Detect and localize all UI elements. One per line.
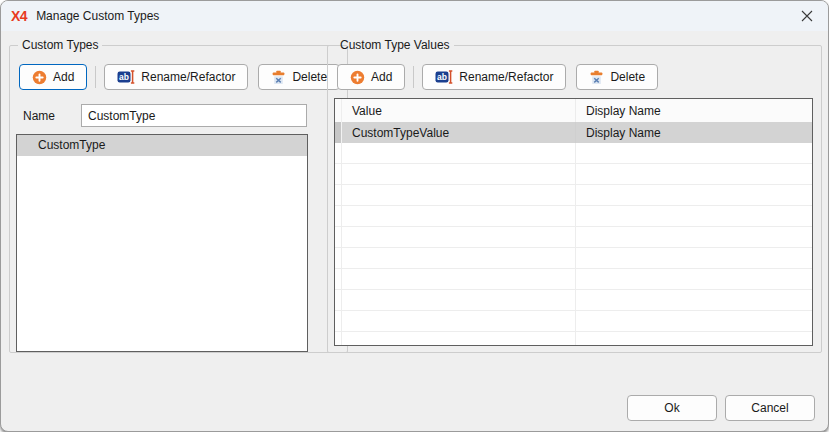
delete-button-label: Delete (610, 70, 645, 84)
cell-display-name (576, 227, 812, 247)
row-header-gutter (335, 269, 342, 289)
rename-button-label: Rename/Refactor (459, 70, 553, 84)
delete-button-label: Delete (292, 70, 327, 84)
cell-display-name (576, 248, 812, 268)
ok-button[interactable]: Ok (627, 395, 717, 421)
cell-value (342, 290, 576, 310)
table-header: Value Display Name (335, 99, 812, 122)
row-header-gutter (335, 206, 342, 226)
custom-types-toolbar: Add ab Rename/Refactor (19, 64, 340, 90)
row-header-gutter (335, 185, 342, 205)
row-header-gutter (335, 227, 342, 247)
custom-type-values-group: Custom Type Values Add (327, 38, 822, 353)
name-input[interactable] (81, 104, 307, 127)
cell-display-name (576, 290, 812, 310)
cell-value (342, 311, 576, 331)
cancel-button[interactable]: Cancel (725, 395, 815, 421)
custom-type-values-toolbar: Add ab Rename/Refactor (337, 64, 814, 90)
value-table-empty-rows (335, 143, 812, 346)
add-icon (32, 70, 47, 85)
table-row-empty[interactable] (335, 332, 812, 346)
add-icon (350, 70, 365, 85)
cell-display-name (576, 164, 812, 184)
cell-display-name (576, 332, 812, 346)
rename-icon: ab (117, 70, 135, 84)
rename-icon: ab (435, 70, 453, 84)
cell-display-name[interactable]: Display Name (576, 122, 812, 143)
close-button[interactable] (786, 1, 828, 31)
row-header-gutter (335, 164, 342, 184)
rename-refactor-custom-type-value-button[interactable]: ab Rename/Refactor (422, 64, 566, 90)
name-label: Name (23, 109, 81, 123)
custom-types-group: Custom Types Add (9, 38, 348, 353)
row-header-gutter (335, 332, 342, 346)
column-header-display-name[interactable]: Display Name (576, 99, 812, 122)
cell-display-name (576, 269, 812, 289)
svg-text:ab: ab (119, 72, 129, 82)
custom-type-values-table[interactable]: Value Display Name CustomTypeValue Displ… (334, 98, 813, 346)
dialog-body: Custom Types Add (1, 31, 828, 432)
add-button-label: Add (53, 70, 74, 84)
table-row-empty[interactable] (335, 269, 812, 290)
table-row-empty[interactable] (335, 164, 812, 185)
add-custom-type-value-button[interactable]: Add (337, 64, 405, 90)
custom-type-values-group-title: Custom Type Values (336, 38, 454, 52)
x4-logo: X4 (11, 8, 27, 24)
custom-types-group-title: Custom Types (18, 38, 102, 52)
row-header-gutter (335, 143, 342, 163)
cell-display-name (576, 185, 812, 205)
table-row[interactable]: CustomTypeValue Display Name (335, 122, 812, 143)
row-header-gutter (335, 248, 342, 268)
cell-value (342, 143, 576, 163)
delete-icon (271, 70, 286, 85)
rename-button-label: Rename/Refactor (141, 70, 235, 84)
row-header-gutter (335, 99, 342, 122)
table-row-empty[interactable] (335, 185, 812, 206)
table-row-empty[interactable] (335, 206, 812, 227)
manage-custom-types-dialog: X4 Manage Custom Types Custom Types (0, 0, 829, 432)
close-icon (801, 10, 813, 22)
delete-icon (589, 70, 604, 85)
add-button-label: Add (371, 70, 392, 84)
cell-value (342, 227, 576, 247)
cell-display-name (576, 311, 812, 331)
name-row: Name (23, 104, 340, 127)
cell-value (342, 269, 576, 289)
cell-value (342, 185, 576, 205)
table-row-empty[interactable] (335, 311, 812, 332)
table-row-empty[interactable] (335, 290, 812, 311)
title-bar: X4 Manage Custom Types (1, 1, 828, 31)
rename-refactor-custom-type-button[interactable]: ab Rename/Refactor (104, 64, 248, 90)
toolbar-separator (95, 66, 96, 88)
cell-value (342, 332, 576, 346)
custom-types-list[interactable]: CustomType (16, 134, 308, 352)
svg-text:ab: ab (437, 72, 447, 82)
table-row-empty[interactable] (335, 227, 812, 248)
toolbar-separator (413, 66, 414, 88)
row-header-gutter (335, 290, 342, 310)
row-header-gutter (335, 311, 342, 331)
delete-custom-type-value-button[interactable]: Delete (576, 64, 658, 90)
cell-value[interactable]: CustomTypeValue (342, 122, 576, 143)
add-custom-type-button[interactable]: Add (19, 64, 87, 90)
table-row-empty[interactable] (335, 143, 812, 164)
column-header-value[interactable]: Value (342, 99, 576, 122)
cell-value (342, 164, 576, 184)
row-header-gutter (335, 122, 342, 143)
cell-display-name (576, 143, 812, 163)
cell-value (342, 206, 576, 226)
cell-display-name (576, 206, 812, 226)
list-item[interactable]: CustomType (17, 135, 307, 156)
cell-value (342, 248, 576, 268)
table-row-empty[interactable] (335, 248, 812, 269)
window-title: Manage Custom Types (36, 9, 159, 23)
